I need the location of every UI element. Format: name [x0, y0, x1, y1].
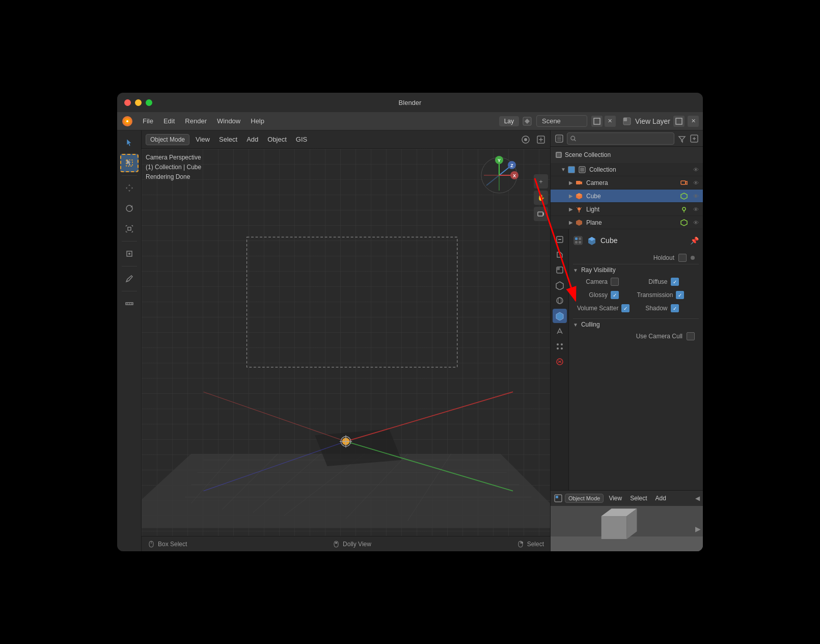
mini-collapse-arrow[interactable]: ◀	[695, 495, 700, 502]
svg-line-33	[204, 392, 346, 441]
menu-render[interactable]: Render	[181, 116, 211, 126]
filter-icon[interactable]	[677, 134, 687, 143]
rotate-tool-btn[interactable]	[120, 199, 139, 218]
menu-help[interactable]: Help	[247, 116, 268, 126]
workspace-selector[interactable]: Lay	[499, 116, 519, 126]
render-props-icon[interactable]	[553, 232, 567, 247]
viewport-gizmo-icon[interactable]	[536, 135, 546, 145]
mini-select-menu[interactable]: Select	[627, 494, 650, 503]
outliner-light[interactable]: ▶ Light	[551, 203, 703, 216]
transmission-checkbox[interactable]	[676, 291, 684, 299]
svg-rect-103	[575, 241, 578, 244]
viewport-add-menu[interactable]: Add	[243, 134, 261, 145]
transform-tool-btn[interactable]	[120, 245, 139, 263]
outliner-cube[interactable]: ▶ Cube 👁	[551, 190, 703, 203]
mini-add-menu[interactable]: Add	[652, 494, 669, 503]
viewport-gis-menu[interactable]: GIS	[293, 134, 310, 145]
particles-props-icon[interactable]	[553, 339, 567, 354]
scene-selector[interactable]: Scene	[536, 115, 587, 127]
view-layer-props-icon[interactable]	[553, 263, 567, 277]
camera-view-btn[interactable]	[534, 207, 548, 221]
blender-window: Blender File Edit Render Window Help Lay…	[117, 93, 703, 551]
svg-point-61	[521, 542, 523, 544]
window-title: Blender	[399, 99, 422, 106]
glossy-checkbox[interactable]	[611, 291, 619, 299]
collection-visibility-eye[interactable]: 👁	[693, 167, 699, 173]
physics-props-icon[interactable]	[553, 355, 567, 369]
svg-rect-6	[623, 118, 627, 121]
collection-visibility-check[interactable]	[568, 166, 575, 173]
maximize-button[interactable]	[146, 99, 152, 106]
svg-rect-108	[556, 496, 558, 498]
titlebar: Blender	[117, 93, 703, 112]
ray-visibility-header[interactable]: ▼ Ray Visibility	[573, 264, 699, 276]
select-box-tool-btn[interactable]	[120, 154, 139, 172]
viewport-overlay-icon[interactable]	[521, 135, 531, 145]
viewport[interactable]: Camera Perspective (1) Collection | Cube…	[142, 149, 550, 536]
axis-navigator[interactable]: Z Y X	[479, 155, 520, 196]
light-visibility-eye[interactable]: 👁	[693, 206, 699, 212]
new-scene-icon[interactable]	[591, 116, 603, 127]
scene-icon	[522, 116, 532, 126]
use-camera-cull-checkbox[interactable]	[687, 332, 695, 340]
shadow-checkbox[interactable]	[671, 304, 679, 312]
outliner-plane[interactable]: ▶ Plane 👁	[551, 216, 703, 229]
modifier-props-icon[interactable]	[553, 324, 567, 338]
world-props-icon[interactable]	[553, 293, 567, 308]
annotate-tool-btn[interactable]	[120, 270, 139, 288]
holdout-checkbox[interactable]	[678, 254, 687, 262]
view-type-icon[interactable]	[573, 235, 583, 246]
diffuse-col: Diffuse	[637, 278, 695, 286]
outliner-collection[interactable]: ▼ Collection 👁	[551, 163, 703, 176]
plane-visibility-eye[interactable]: 👁	[693, 220, 699, 226]
zoom-in-btn[interactable]: ＋	[534, 174, 548, 189]
scene-props-icon[interactable]	[553, 278, 567, 292]
outliner-type-icon	[555, 134, 564, 143]
object-props-icon[interactable]	[553, 309, 567, 323]
pin-icon[interactable]: 📌	[690, 236, 699, 245]
viewport-view-menu[interactable]: View	[193, 134, 213, 145]
minimize-button[interactable]	[135, 99, 142, 106]
svg-marker-93	[556, 312, 563, 320]
close-scene-icon[interactable]: ✕	[605, 116, 616, 127]
move-tool-btn[interactable]	[120, 179, 139, 197]
mini-view-menu[interactable]: View	[606, 494, 625, 503]
menu-file[interactable]: File	[139, 116, 157, 126]
cursor-tool-btn[interactable]	[120, 133, 139, 152]
culling-header[interactable]: ▼ Culling	[573, 318, 699, 330]
svg-rect-58	[335, 542, 337, 544]
viewport-bottombar: Box Select Dolly View	[142, 536, 550, 551]
cube-visibility-eye[interactable]: 👁	[693, 193, 699, 199]
use-camera-cull-row: Use Camera Cull	[573, 330, 699, 342]
outliner-camera[interactable]: ▶ Camera	[551, 176, 703, 190]
mini-right-collapse[interactable]: ▶	[695, 525, 701, 533]
diffuse-checkbox[interactable]	[671, 278, 679, 286]
holdout-dot[interactable]	[691, 256, 695, 260]
culling-arrow: ▼	[573, 322, 578, 328]
svg-point-96	[561, 343, 563, 345]
plane-data-icon	[680, 219, 688, 227]
add-collection-icon[interactable]	[690, 134, 699, 143]
scale-tool-btn[interactable]	[120, 220, 139, 238]
glossy-label: Glossy	[577, 291, 608, 299]
hand-tool-btn[interactable]: ✋	[534, 191, 548, 205]
dolly-view-label: Dolly View	[343, 541, 371, 548]
output-props-icon[interactable]	[553, 248, 567, 262]
viewport-object-menu[interactable]: Object	[264, 134, 290, 145]
svg-point-66	[571, 136, 575, 140]
menu-window[interactable]: Window	[213, 116, 244, 126]
close-button[interactable]	[124, 99, 131, 106]
mini-mode-selector[interactable]: Object Mode	[565, 494, 604, 503]
viewport-select-menu[interactable]: Select	[216, 134, 240, 145]
outliner-search-input[interactable]	[576, 135, 671, 142]
outliner-search-bar[interactable]	[567, 132, 674, 145]
close-view-layer-icon[interactable]: ✕	[688, 116, 699, 127]
camera-ray-checkbox[interactable]	[611, 278, 619, 286]
volume-scatter-col: Volume Scatter	[577, 304, 635, 312]
new-view-layer-icon[interactable]	[673, 116, 685, 127]
volume-scatter-checkbox[interactable]	[621, 304, 630, 312]
object-mode-selector[interactable]: Object Mode	[146, 134, 189, 145]
menu-edit[interactable]: Edit	[159, 116, 179, 126]
ruler-tool-btn[interactable]	[120, 294, 139, 313]
camera-visibility-eye[interactable]: 👁	[693, 180, 699, 186]
